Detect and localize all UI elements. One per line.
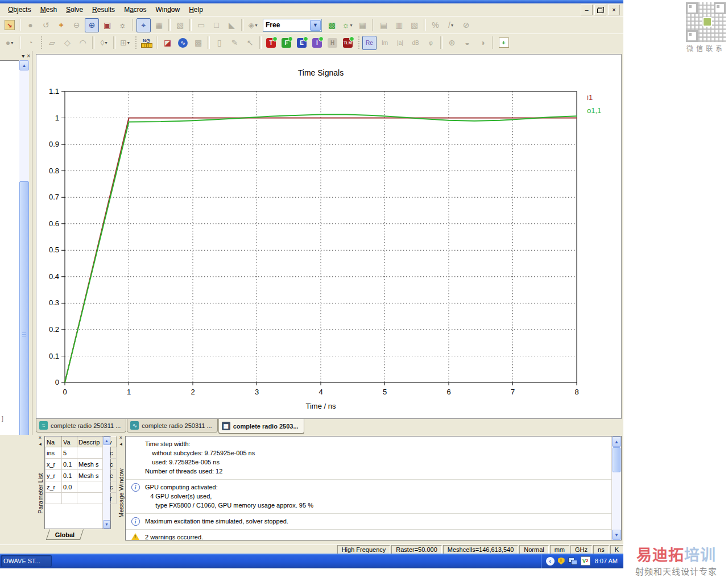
- frequency-range-icon[interactable]: ∿: [176, 36, 190, 50]
- doc-tab-2[interactable]: ∿complete radio 250311 ...: [127, 419, 217, 433]
- render-options-icon[interactable]: ☼: [115, 18, 130, 32]
- svg-text:o1,1: o1,1: [587, 106, 601, 115]
- parameter-table-container: NaVaDescripTyins5Ncx_r0.1Mesh sNcy_r0.1M…: [44, 436, 111, 529]
- message-block: iGPU computing activated: 4 GPU solver(s…: [126, 480, 611, 514]
- toolbar-separator: [168, 19, 171, 31]
- panel-title: Parameter List: [37, 447, 44, 542]
- security-shield-icon[interactable]: [558, 558, 565, 565]
- toolbar-separator: [241, 19, 243, 31]
- svg-text:5: 5: [383, 388, 387, 396]
- chevron-down-icon[interactable]: ▾: [105, 40, 107, 45]
- shape-tool-icon: ●▾: [2, 36, 16, 50]
- menu-solve[interactable]: Solve: [61, 4, 88, 15]
- fit-view-icon[interactable]: ▣: [100, 18, 114, 32]
- tray-chevron-icon[interactable]: ‹: [546, 557, 555, 566]
- history-list-icon: ◔: [23, 36, 38, 50]
- scroll-down-icon[interactable]: ▼: [103, 520, 110, 529]
- menu-results[interactable]: Results: [88, 4, 119, 15]
- frequency-solver-icon[interactable]: F: [279, 36, 293, 50]
- message-text: Time step width: without subcycles: 9.72…: [145, 439, 255, 476]
- message-text: GPU computing activated: 4 GPU solver(s)…: [145, 483, 313, 510]
- transient-solver-icon[interactable]: T: [264, 36, 278, 50]
- message-scrollbar[interactable]: ▲ ▼: [611, 436, 621, 540]
- integral-solver-icon[interactable]: I: [310, 36, 324, 50]
- message-text: Maximum excitation time simulated, solve…: [145, 517, 288, 526]
- toolbar-separator: [440, 36, 442, 49]
- chevron-down-icon[interactable]: ▾: [127, 40, 130, 45]
- status-ns: ns: [593, 545, 609, 554]
- units-icon[interactable]: N◷: [139, 36, 154, 50]
- tlm-solver-icon[interactable]: TLM: [341, 36, 355, 50]
- add-result-template-icon[interactable]: +: [497, 36, 511, 50]
- watermark-title: 易迪拓培训: [626, 547, 727, 564]
- materials-icon[interactable]: ◪: [160, 36, 175, 50]
- restore-icon: [597, 9, 602, 13]
- panel-pin-icon[interactable]: ▾: [22, 53, 24, 59]
- minimize-button[interactable]: –: [581, 5, 593, 15]
- menu-window[interactable]: Window: [151, 4, 184, 15]
- svg-text:1: 1: [55, 114, 59, 122]
- doc-tab-1[interactable]: ≈complete radio 250311 ...: [36, 419, 126, 433]
- mesh-off-icon: ▦: [355, 18, 370, 32]
- global-sheet-tab[interactable]: Global: [46, 529, 84, 540]
- chevron-down-icon[interactable]: ▾: [255, 23, 257, 28]
- move-view-icon[interactable]: +: [54, 18, 68, 32]
- menu-help[interactable]: Help: [184, 4, 208, 15]
- windows-taskbar: OWAVE ST... ‹ V2 8:07 AM: [0, 554, 623, 568]
- scroll-up-icon[interactable]: ▲: [612, 436, 621, 447]
- svg-text:0: 0: [55, 378, 59, 386]
- scroll-up-icon[interactable]: ▲: [19, 60, 29, 70]
- svg-text:0.6: 0.6: [49, 219, 59, 228]
- plot-properties-icon: ▤: [377, 18, 391, 32]
- result-real-icon[interactable]: Re: [362, 36, 377, 50]
- chevron-down-icon[interactable]: ▾: [11, 40, 13, 45]
- toolbar-separator: [208, 36, 210, 49]
- taskbar-app-button[interactable]: OWAVE ST...: [1, 555, 52, 567]
- chevron-down-icon[interactable]: ▾: [451, 23, 453, 28]
- toolbar-separator: [19, 19, 21, 31]
- qr-code: [686, 2, 726, 42]
- background-icon: ▩: [191, 36, 205, 50]
- menu-macros[interactable]: Macros: [119, 4, 151, 15]
- percent-icon: %: [428, 18, 442, 32]
- message-text: 2 warnings occurred.: [145, 533, 203, 541]
- menu-objects[interactable]: Objects: [3, 4, 36, 15]
- axes-icon[interactable]: ⌖: [136, 18, 151, 32]
- import-icon[interactable]: ↘: [2, 18, 16, 32]
- panel-close-icon[interactable]: ×: [119, 435, 122, 441]
- watermark-subtitle: 射频和天线设计专家: [626, 565, 727, 577]
- mesh-cube-icon[interactable]: ▩: [325, 18, 339, 32]
- panel-collapse-icon[interactable]: ◂: [119, 441, 122, 447]
- parameter-scrollbar[interactable]: ▲ ▼: [102, 436, 110, 529]
- undo-icon: ↺: [39, 18, 53, 32]
- panel-close-icon[interactable]: ×: [27, 53, 30, 59]
- tray-clock: 8:07 AM: [595, 558, 618, 564]
- panel-close-icon[interactable]: ×: [39, 435, 42, 441]
- toolbar-separator: [40, 36, 43, 49]
- eigenmode-solver-icon[interactable]: E: [295, 36, 309, 50]
- svg-text:0.8: 0.8: [49, 167, 59, 175]
- toolbar-separator: [156, 36, 158, 49]
- zoom-icon[interactable]: ⊕: [85, 18, 99, 32]
- doc-tab-label: complete radio 250311 ...: [51, 422, 121, 429]
- working-plane-icon: ▦: [152, 18, 166, 32]
- svg-text:3: 3: [255, 388, 259, 396]
- doc-tab-3[interactable]: ▦complete radio 2503...: [218, 419, 304, 434]
- toolbar-separator: [132, 19, 134, 31]
- menu-mesh[interactable]: Mesh: [36, 4, 61, 15]
- transform-icon: ▱: [45, 36, 59, 50]
- panel-collapse-icon[interactable]: ◂: [39, 441, 42, 447]
- scroll-up-icon[interactable]: ▲: [103, 436, 110, 445]
- restore-button[interactable]: [594, 5, 606, 15]
- status-ghz: GHz: [570, 545, 592, 554]
- network-icon[interactable]: [568, 558, 577, 565]
- chevron-down-icon[interactable]: ▾: [350, 23, 352, 28]
- scroll-down-icon[interactable]: ▼: [612, 530, 621, 540]
- close-button[interactable]: ×: [608, 5, 620, 15]
- mesh-view-select[interactable]: Free▼: [263, 19, 322, 32]
- antivirus-icon[interactable]: V2: [581, 556, 590, 566]
- h-solver-icon[interactable]: H: [325, 36, 340, 50]
- mesh-settings-icon[interactable]: ☼▾: [340, 18, 354, 32]
- chevron-down-icon[interactable]: ▼: [310, 20, 321, 31]
- scrollbar-thumb[interactable]: [613, 447, 621, 472]
